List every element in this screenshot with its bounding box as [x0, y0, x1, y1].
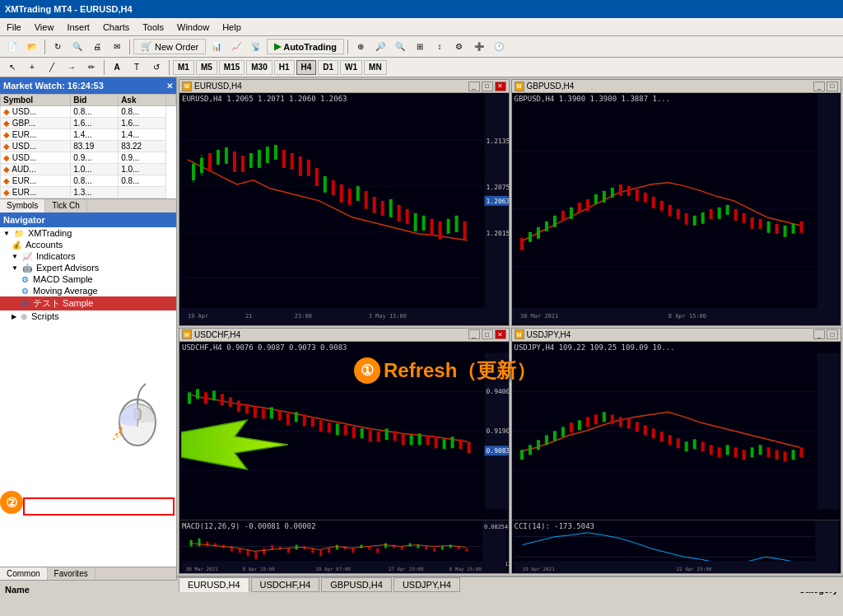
nav-item-xmtrading[interactable]: ▼📁XMTrading [0, 227, 176, 239]
toolbar-zoom-btn[interactable]: 🔍 [68, 39, 86, 55]
mw-row[interactable]: ◆ EUR... 1.4... 1.4... [1, 129, 176, 141]
usdchf-maximize[interactable]: □ [482, 329, 493, 339]
usdchf-close[interactable]: ✕ [495, 329, 506, 339]
menu-file[interactable]: File [0, 21, 28, 34]
gbpusd-title-text: GBPUSD,H4 [527, 82, 575, 91]
nav-item-scripts[interactable]: ▶⊕Scripts [0, 310, 176, 322]
menu-insert[interactable]: Insert [60, 21, 96, 34]
toolbar-prop[interactable]: ⚙ [450, 39, 468, 55]
mw-row[interactable]: ◆ GBP... 1.6... 1.6... [1, 118, 176, 129]
usdjpy-maximize[interactable]: □ [827, 329, 838, 339]
svg-rect-109 [270, 407, 273, 418]
nav-tab-favorites[interactable]: Favorites [48, 567, 95, 580]
nav-item-テスト-sample[interactable]: ⚙テスト Sample [0, 296, 176, 310]
toolbar-zoom-out[interactable]: 🔍 [391, 39, 409, 55]
tf-mn[interactable]: MN [364, 60, 387, 75]
tf-w1[interactable]: W1 [340, 60, 362, 75]
mw-row[interactable]: ◆ USD... 83.19 83.22 [1, 141, 176, 152]
mw-row[interactable]: ◆ USD... 0.9... 0.9... [1, 152, 176, 164]
usdjpy-minimize[interactable]: _ [813, 329, 825, 339]
nav-item-moving-average[interactable]: ⚙Moving Average [0, 285, 176, 296]
cursor-tool[interactable]: ↖ [3, 59, 21, 76]
usdchf-chart-body[interactable]: USDCHF,H4 0.9076 0.9087 0.9073 0.9083 [179, 342, 509, 574]
mw-row[interactable]: ◆ USD... 0.8... 0.8... [1, 106, 176, 118]
mw-bid: 1.4... [71, 129, 119, 141]
toolbar-vol[interactable]: ↕ [431, 39, 449, 55]
draw-tool[interactable]: ✏ [82, 59, 100, 76]
tf-m5[interactable]: M5 [196, 60, 217, 75]
textbox-tool[interactable]: T [128, 59, 146, 76]
cycle-tool[interactable]: ↺ [147, 59, 165, 76]
arrow-tool[interactable]: → [63, 59, 81, 76]
tf-h4[interactable]: H4 [296, 60, 317, 75]
market-watch-close[interactable]: ✕ [166, 82, 173, 91]
usdjpy-chart-body[interactable]: USDJPY,H4 109.22 109.25 109.09 10... [512, 342, 841, 574]
svg-text:19 Apr: 19 Apr [188, 313, 208, 320]
tf-h1[interactable]: H1 [274, 60, 295, 75]
toolbar-refresh-btn[interactable]: ↻ [49, 39, 67, 55]
gbpusd-chart-body[interactable]: GBPUSD,H4 1.3900 1.3900 1.3887 1... [512, 93, 841, 325]
nav-item-macd-sample[interactable]: ⚙MACD Sample [0, 273, 176, 285]
tf-m1[interactable]: M1 [173, 60, 194, 75]
toolbar-zoom-in[interactable]: 🔎 [371, 39, 389, 55]
svg-rect-133 [468, 441, 471, 453]
toolbar-print-btn[interactable]: 🖨 [88, 39, 106, 55]
svg-rect-221 [783, 451, 786, 461]
text-tool[interactable]: A [108, 59, 126, 76]
eurusd-close[interactable]: ✕ [495, 82, 506, 91]
svg-rect-142 [198, 539, 201, 547]
nav-tab-common[interactable]: Common [0, 567, 48, 580]
toolbar-signal[interactable]: 📡 [247, 39, 265, 55]
nav-item-indicators[interactable]: ▼📈Indicators [0, 250, 176, 262]
eurusd-chart-body[interactable]: EURUSD,H4 1.2065 1.2071 1.2060 1.2063 [179, 93, 509, 325]
market-watch-scroll[interactable]: Symbol Bid Ask ◆ USD... 0.8... 0.8... ◆ … [0, 94, 176, 198]
autotrading-button[interactable]: ▶ AutoTrading [267, 39, 344, 54]
menu-tools[interactable]: Tools [136, 21, 170, 34]
tf-d1[interactable]: D1 [318, 60, 338, 75]
chart-tab-gbpusd[interactable]: GBPUSD,H4 [321, 577, 392, 592]
toolbar-crosshair[interactable]: ⊕ [352, 39, 370, 55]
svg-rect-167 [401, 547, 403, 550]
mw-tab-symbols[interactable]: Symbols [0, 199, 45, 212]
toolbar-open-btn[interactable]: 📂 [23, 39, 41, 55]
toolbar-chart2[interactable]: 📈 [227, 39, 245, 55]
mw-row[interactable]: ◆ EUR... 0.8... 0.8... [1, 175, 176, 187]
crosshair-tool[interactable]: + [23, 59, 41, 76]
tf-m30[interactable]: M30 [246, 60, 272, 75]
gbpusd-minimize[interactable]: _ [813, 82, 825, 91]
menu-window[interactable]: Window [170, 21, 216, 34]
toolbar-time[interactable]: 🕐 [490, 39, 508, 55]
svg-text:1.2015: 1.2015 [487, 230, 509, 237]
market-watch-panel: Market Watch: 16:24:53 ✕ Symbol Bid Ask [0, 77, 176, 212]
nav-item-expert-advisors[interactable]: ▼🤖Expert Advisors [0, 262, 176, 273]
chart-tab-usdjpy[interactable]: USDJPY,H4 [394, 577, 460, 592]
toolbar-grid[interactable]: ⊞ [411, 39, 429, 55]
market-watch-header: Market Watch: 16:24:53 ✕ [0, 77, 176, 94]
chart-gbpusd: M GBPUSD,H4 _ □ GBPUSD,H4 1.3900 1.3900 … [511, 79, 842, 326]
new-order-button[interactable]: 🛒 New Order [133, 39, 206, 54]
svg-rect-216 [742, 450, 745, 460]
toolbar-chart1[interactable]: 📊 [207, 39, 226, 55]
mw-tab-tickchart[interactable]: Tick Ch [45, 199, 87, 212]
nav-item-accounts[interactable]: 💰Accounts [0, 239, 176, 250]
usdchf-minimize[interactable]: _ [468, 329, 480, 339]
toolbar-add[interactable]: ➕ [470, 39, 488, 55]
menu-view[interactable]: View [28, 21, 61, 34]
menu-charts[interactable]: Charts [96, 21, 136, 34]
market-watch-tabs: Symbols Tick Ch [0, 198, 176, 212]
svg-rect-224 [817, 352, 841, 509]
tf-m15[interactable]: M15 [219, 60, 245, 75]
toolbar-new-btn[interactable]: 📄 [3, 39, 21, 55]
menu-help[interactable]: Help [216, 21, 248, 34]
eurusd-maximize[interactable]: □ [482, 82, 493, 91]
svg-rect-159 [336, 545, 338, 550]
chart-tab-usdchf[interactable]: USDCHF,H4 [251, 577, 320, 592]
gbpusd-maximize[interactable]: □ [827, 82, 838, 91]
mw-row[interactable]: ◆ EUR... 1.3... [1, 187, 176, 198]
line-tool[interactable]: ╱ [43, 59, 61, 76]
nav-item-label: XMTrading [28, 228, 72, 238]
mw-row[interactable]: ◆ AUD... 1.0... 1.0... [1, 164, 176, 175]
chart-tab-eurusd[interactable]: EURUSD,H4 [179, 577, 249, 592]
eurusd-minimize[interactable]: _ [468, 82, 480, 91]
toolbar-email-btn[interactable]: ✉ [108, 39, 126, 55]
